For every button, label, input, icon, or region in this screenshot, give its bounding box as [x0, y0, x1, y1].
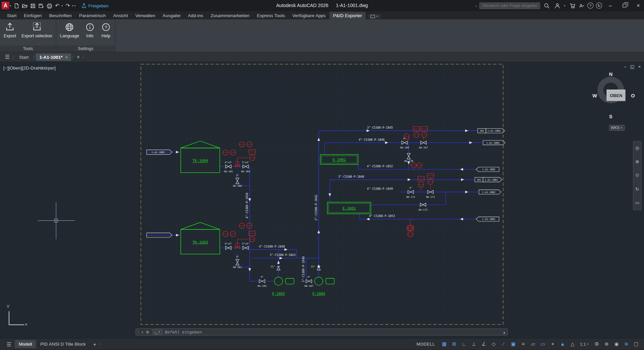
- new-file-button[interactable]: [12, 1, 20, 9]
- help-button[interactable]: ?: [587, 2, 593, 8]
- redo-button[interactable]: ↷: [64, 1, 72, 9]
- equipment-tank-roof[interactable]: [181, 141, 220, 148]
- undo-button[interactable]: ↶: [53, 1, 61, 9]
- autoscale-icon[interactable]: △: [568, 340, 577, 348]
- polar-tracking-icon[interactable]: ∠: [479, 340, 488, 348]
- command-line-customize-icon[interactable]: ⚙: [145, 330, 150, 334]
- orbit-icon[interactable]: ↻: [635, 186, 639, 192]
- open-file-button[interactable]: [20, 1, 29, 9]
- canvas-restore-icon[interactable]: ◱: [630, 64, 635, 70]
- ribbon-group-tools-label[interactable]: Tools: [0, 46, 56, 52]
- annotation-monitor-icon[interactable]: ⊕: [602, 340, 611, 348]
- ribbon-tab-p-id-exporter[interactable]: P&ID Exporter: [330, 12, 366, 19]
- valve-symbol[interactable]: [236, 259, 239, 265]
- plot-button[interactable]: [45, 1, 53, 9]
- valve-symbol[interactable]: [408, 190, 413, 194]
- export-selection-button[interactable]: Export selection: [19, 20, 55, 46]
- selection-cycling-icon[interactable]: ▭: [538, 340, 547, 348]
- ribbon-tab-ansicht[interactable]: Ansicht: [109, 12, 132, 19]
- drawing-frame[interactable]: [141, 64, 503, 324]
- annotation-visibility-icon[interactable]: ▲: [558, 340, 567, 348]
- ribbon-tab-beschriften[interactable]: Beschriften: [45, 12, 75, 19]
- equipment-pump[interactable]: [275, 277, 283, 285]
- equipment-pump-motor[interactable]: [326, 278, 335, 284]
- infer-constraints-icon[interactable]: ∟: [459, 340, 468, 348]
- search-input[interactable]: [479, 2, 540, 9]
- zoom-icon[interactable]: ⊙: [635, 173, 639, 178]
- ribbon-display-options-button[interactable]: ▾: [368, 14, 381, 19]
- equipment-pump[interactable]: [315, 277, 323, 285]
- full-navigation-wheel-icon[interactable]: ◎: [635, 145, 639, 151]
- file-tab-start[interactable]: Start: [15, 53, 32, 60]
- search-collapse-icon[interactable]: ›: [475, 3, 477, 8]
- minimize-button[interactable]: –: [605, 0, 616, 11]
- snap-icon[interactable]: ⊞: [450, 340, 459, 348]
- object-snap-icon[interactable]: ▣: [509, 340, 518, 348]
- ribbon-tab-verwalten[interactable]: Verwalten: [132, 12, 159, 19]
- share-button[interactable]: Freigeben: [81, 3, 108, 8]
- transparency-icon[interactable]: ▱: [529, 340, 538, 348]
- undo-dropdown-icon[interactable]: ▾: [61, 4, 63, 7]
- ribbon-tab-verf-gbare-apps[interactable]: Verfügbare Apps: [289, 12, 330, 19]
- valve-symbol[interactable]: [420, 141, 426, 144]
- viewcube-west-label[interactable]: W: [592, 93, 597, 99]
- isolate-objects-icon[interactable]: ◉: [612, 340, 621, 348]
- grid-icon[interactable]: ▦: [440, 340, 449, 348]
- navigation-bar[interactable]: ◎⊕⊙↻▭: [633, 141, 642, 210]
- clean-screen-icon[interactable]: ▢: [632, 340, 641, 348]
- close-button[interactable]: ×: [633, 0, 644, 11]
- command-input[interactable]: Befehl eingeben: [165, 330, 202, 334]
- viewcube-north-label[interactable]: N: [609, 72, 613, 77]
- app-store-button[interactable]: [568, 1, 577, 9]
- ribbon-tab-start[interactable]: Start: [3, 12, 20, 19]
- account-button[interactable]: [553, 1, 561, 9]
- valve-symbol[interactable]: [402, 141, 407, 144]
- viewcube-south-label[interactable]: S: [609, 114, 612, 120]
- isodraft-icon[interactable]: ◇: [489, 340, 498, 348]
- new-layout-button[interactable]: +: [90, 341, 100, 347]
- file-tab-active[interactable]: 1-A1-1001* ×: [36, 53, 71, 60]
- ortho-icon[interactable]: ⊥: [469, 340, 479, 348]
- logo-dropdown-icon[interactable]: ▾: [10, 4, 11, 7]
- ribbon-tab-einf-gen[interactable]: Einfügen: [20, 12, 45, 19]
- language-button[interactable]: Language: [57, 20, 82, 46]
- valve-symbol[interactable]: [236, 178, 239, 184]
- viewport-controls[interactable]: [−][Oben][2D-Drahtkörper]: [3, 65, 56, 71]
- wcs-dropdown[interactable]: WKS ▾: [609, 125, 625, 131]
- save-as-button[interactable]: [37, 1, 45, 9]
- command-line[interactable]: ⁞ × ⚙ ›_ ▾ Befehl eingeben ▴: [136, 329, 508, 336]
- valve-symbol[interactable]: [306, 279, 312, 283]
- file-tab-menu-icon[interactable]: ☰: [2, 54, 12, 60]
- pan-icon[interactable]: ⊕: [635, 159, 639, 165]
- viewcube-east-label[interactable]: O: [631, 93, 635, 99]
- drawing-area[interactable]: TK-1004TK-1003E-1002E-1001P-1003P-10044"…: [0, 62, 644, 338]
- ribbon-tab-express-tools[interactable]: Express Tools: [253, 12, 289, 19]
- file-tab-close-icon[interactable]: ×: [65, 55, 67, 59]
- valve-symbol[interactable]: [420, 203, 426, 207]
- valve-symbol[interactable]: [226, 246, 231, 250]
- help-button-ribbon[interactable]: ? Help: [98, 20, 114, 46]
- ribbon-tab-add-ins[interactable]: Add-ins: [184, 12, 207, 19]
- command-line-grip[interactable]: ⁞: [136, 330, 140, 334]
- restore-button[interactable]: [618, 0, 630, 11]
- valve-symbol[interactable]: [407, 154, 410, 159]
- new-drawing-button[interactable]: +: [75, 54, 82, 60]
- ribbon-group-settings-label[interactable]: Settings: [56, 46, 115, 52]
- quick-access-customize-icon[interactable]: ▾: [74, 4, 76, 7]
- equipment-pump-motor[interactable]: [286, 278, 294, 284]
- pid-drawing[interactable]: TK-1004TK-1003E-1002E-1001P-1003P-10044"…: [0, 62, 644, 338]
- command-prompt-button[interactable]: ›_ ▾: [152, 329, 163, 335]
- model-tab[interactable]: Modell: [15, 340, 36, 348]
- search-button[interactable]: [543, 1, 551, 9]
- info-button[interactable]: Info: [82, 20, 98, 46]
- autodesk-access-button[interactable]: A ▾: [579, 3, 585, 8]
- command-history-icon[interactable]: ▴: [501, 330, 507, 334]
- dynamic-input-icon[interactable]: ⌖: [548, 340, 557, 348]
- ribbon-tab-parametrisch[interactable]: Parametrisch: [76, 12, 109, 19]
- workspace-icon[interactable]: ⚙: [592, 340, 601, 348]
- statusbar-menu-icon[interactable]: ☰: [3, 341, 15, 347]
- canvas-minimize-icon[interactable]: –: [624, 64, 626, 70]
- export-button[interactable]: Export: [1, 20, 19, 46]
- sync-status-icon[interactable]: ↻: [596, 2, 602, 8]
- save-button[interactable]: [29, 1, 37, 9]
